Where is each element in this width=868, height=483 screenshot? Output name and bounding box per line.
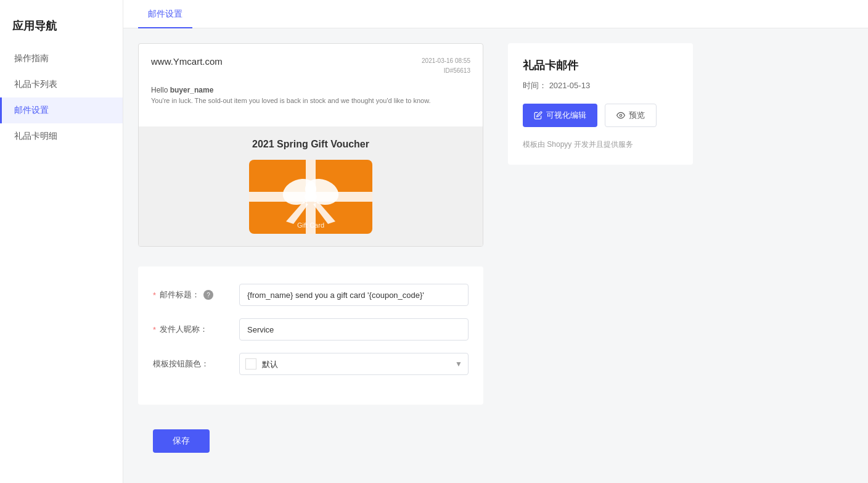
color-select[interactable]: 默认: [239, 353, 469, 375]
sidebar: 应用导航 操作指南 礼品卡列表 邮件设置 礼品卡明细: [0, 0, 123, 483]
main-content: 邮件设置 www.Ymcart.com 2021-03-16 08:55 ID#…: [123, 0, 868, 483]
sidebar-item-gift-card-list[interactable]: 礼品卡列表: [0, 72, 123, 97]
card-info-footer: 模板由 Shopyy 开发并且提供服务: [523, 139, 678, 150]
save-button[interactable]: 保存: [153, 429, 210, 453]
subject-input[interactable]: [239, 284, 469, 306]
gift-card-label: Gift Card: [297, 221, 324, 229]
left-panel: www.Ymcart.com 2021-03-16 08:55 ID#56613…: [138, 43, 483, 468]
sidebar-item-email-settings[interactable]: 邮件设置: [0, 97, 123, 123]
right-panel: 礼品卡邮件 时间： 2021-05-13 可视化编辑: [508, 43, 693, 468]
email-preview-card: www.Ymcart.com 2021-03-16 08:55 ID#56613…: [138, 43, 483, 247]
card-info-date: 时间： 2021-05-13: [523, 80, 678, 91]
eye-icon: [616, 111, 625, 120]
email-voucher-title: 2021 Spring Gift Voucher: [151, 139, 470, 150]
subject-label: * 邮件标题： ?: [153, 289, 239, 300]
email-meta: 2021-03-16 08:55 ID#56613: [422, 56, 470, 76]
form-row-subject: * 邮件标题： ?: [153, 284, 469, 306]
form-section: * 邮件标题： ? * 发件人昵称：: [138, 266, 483, 405]
svg-point-4: [305, 192, 317, 202]
gift-card-image: Gift Card: [249, 160, 372, 234]
color-preview-swatch: [245, 358, 256, 369]
preview-button[interactable]: 预览: [605, 104, 657, 127]
svg-marker-5: [286, 202, 308, 224]
sidebar-title: 应用导航: [0, 12, 123, 46]
form-row-sender: * 发件人昵称：: [153, 318, 469, 341]
card-info: 礼品卡邮件 时间： 2021-05-13 可视化编辑: [508, 43, 693, 165]
card-info-actions: 可视化编辑 预览: [523, 104, 678, 127]
card-info-title: 礼品卡邮件: [523, 58, 678, 73]
svg-marker-6: [313, 202, 335, 224]
sender-label: * 发件人昵称：: [153, 324, 239, 335]
email-voucher-section: 2021 Spring Gift Voucher: [139, 126, 483, 246]
sidebar-item-guide[interactable]: 操作指南: [0, 46, 123, 72]
svg-point-7: [620, 114, 622, 117]
subject-help-icon[interactable]: ?: [203, 290, 213, 300]
visual-edit-button[interactable]: 可视化编辑: [523, 104, 597, 127]
save-btn-row: 保存: [138, 419, 483, 468]
color-label: 模板按钮颜色：: [153, 358, 239, 369]
content-area: www.Ymcart.com 2021-03-16 08:55 ID#56613…: [123, 28, 868, 483]
email-logo: www.Ymcart.com: [151, 56, 223, 67]
form-row-color: 模板按钮颜色： 默认 ▼: [153, 353, 469, 375]
sender-input[interactable]: [239, 318, 469, 341]
email-body-text: You're in luck. The sold-out item you lo…: [151, 97, 470, 104]
tab-email-settings[interactable]: 邮件设置: [138, 0, 192, 28]
color-select-wrapper: 默认 ▼: [239, 353, 469, 375]
sidebar-item-gift-card-detail[interactable]: 礼品卡明细: [0, 123, 123, 149]
tab-bar: 邮件设置: [123, 0, 868, 28]
edit-icon: [534, 111, 542, 120]
email-greeting: Hello buyer_name: [151, 86, 470, 94]
